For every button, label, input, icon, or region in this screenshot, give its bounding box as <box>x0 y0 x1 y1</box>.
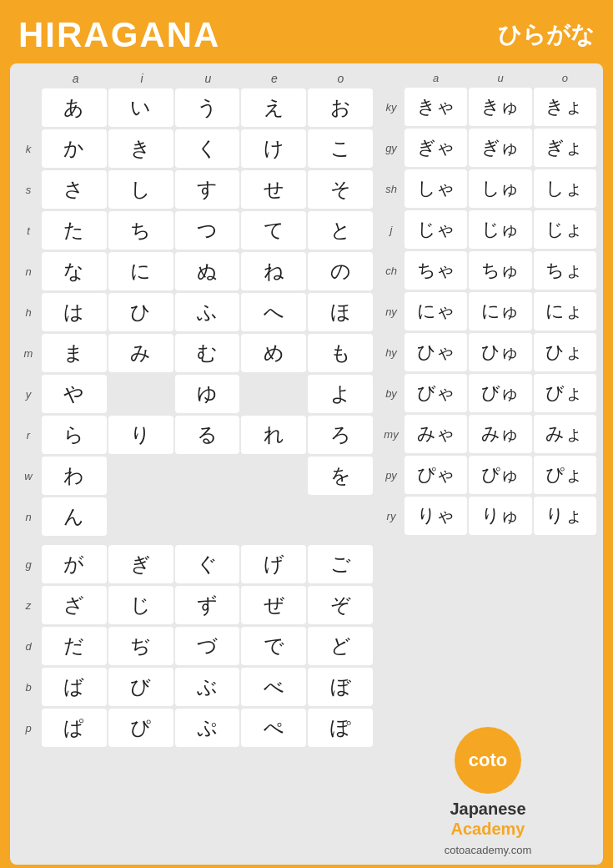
vowel-a: a <box>43 72 108 85</box>
academy-text: JapaneseAcademy <box>450 799 525 839</box>
kana-cell-8-2: る <box>175 416 240 454</box>
dakuten-cell-1-3: ぜ <box>241 586 306 624</box>
dakuten-cell-0-2: ぐ <box>175 545 240 583</box>
main-content: a i u e o あいうえおkかきくけこsさしすせそtたちつてとnなにぬねのh… <box>10 63 603 865</box>
kana-cell-4-0: な <box>42 252 107 290</box>
dakuten-cell-1-4: ぞ <box>308 586 373 624</box>
combo-cell-2-0: しゃ <box>404 169 467 208</box>
kana-cell-6-2: む <box>175 334 240 372</box>
kana-cell-6-4: も <box>308 334 373 372</box>
combo-cell-7-0: びゃ <box>404 374 467 412</box>
kana-cell-3-0: た <box>42 211 107 250</box>
dakuten-rows-container: gがぎぐげごzざじずぜぞdだぢづでどbばびぶべぼpぱぴぷぺぽ <box>17 545 373 749</box>
combo-cell-6-1: ひゅ <box>469 333 531 371</box>
combo-row-9: pyぴゃぴゅぴょ <box>379 456 596 494</box>
main-rows-container: あいうえおkかきくけこsさしすせそtたちつてとnなにぬねのhはひふへほmまみむめ… <box>17 88 373 538</box>
combo-label-7: by <box>379 374 403 412</box>
kana-cell-5-2: ふ <box>175 293 240 331</box>
kana-cell-10-4 <box>308 497 373 536</box>
combo-label-8: my <box>379 415 403 453</box>
row-label-1: k <box>17 129 40 168</box>
kana-cell-1-0: か <box>42 129 107 168</box>
combo-label-2: sh <box>379 169 403 208</box>
kana-cell-7-3 <box>241 375 306 413</box>
page-container: HIRAGANA ひらがな a i u e o あいうえおkかきくけこsさしすせ… <box>0 0 613 868</box>
row-label-6: m <box>17 334 40 372</box>
dakuten-label-3: b <box>17 668 40 706</box>
combo-cell-9-1: ぴゅ <box>469 456 531 494</box>
vowel-u: u <box>176 72 240 85</box>
header: HIRAGANA ひらがな <box>10 10 603 63</box>
kana-cell-1-3: け <box>241 129 306 168</box>
kana-cell-0-3: え <box>241 88 306 127</box>
kana-cell-10-1 <box>108 497 173 536</box>
row-label-7: y <box>17 375 40 413</box>
dakuten-label-4: p <box>17 709 40 747</box>
kana-cell-7-0: や <box>42 375 107 413</box>
kana-cell-9-0: わ <box>42 457 107 495</box>
dakuten-cell-3-3: べ <box>241 668 306 706</box>
combo-cell-9-0: ぴゃ <box>404 456 467 494</box>
kana-cell-2-3: せ <box>241 170 306 209</box>
dakuten-cell-2-0: だ <box>42 627 107 665</box>
dakuten-row-2: dだぢづでど <box>17 627 373 665</box>
vowel-i: i <box>109 72 173 85</box>
combo-row-4: chちゃちゅちょ <box>379 251 596 290</box>
row-label-4: n <box>17 252 40 290</box>
kana-cell-1-1: き <box>108 129 173 168</box>
row-label-2: s <box>17 170 40 209</box>
kana-row-4: nなにぬねの <box>17 252 373 290</box>
dakuten-cell-3-0: ば <box>42 668 107 706</box>
combo-cell-8-0: みゃ <box>404 415 467 453</box>
kana-row-3: tたちつてと <box>17 211 373 250</box>
kana-row-9: wわを <box>17 457 373 495</box>
combo-cell-10-0: りゃ <box>404 497 467 535</box>
combo-cell-1-2: ぎょ <box>534 129 596 167</box>
kana-cell-6-3: め <box>241 334 306 372</box>
logo-section: coto JapaneseAcademy cotoacademy.com <box>379 717 596 856</box>
kana-cell-10-2 <box>175 497 240 536</box>
row-label-0 <box>17 88 40 127</box>
combo-cell-5-2: にょ <box>534 292 596 331</box>
combo-row-0: kyきゃきゅきょ <box>379 88 596 126</box>
combo-rows-container: kyきゃきゅきょgyぎゃぎゅぎょshしゃしゅしょjじゃじゅじょchちゃちゅちょn… <box>379 88 596 537</box>
vowel-headers: a i u e o <box>17 72 373 85</box>
combo-label-0: ky <box>379 88 403 126</box>
combo-cell-5-1: にゅ <box>469 292 531 331</box>
dakuten-row-1: zざじずぜぞ <box>17 586 373 624</box>
kana-cell-9-2 <box>175 457 240 495</box>
kana-cell-9-3 <box>241 457 306 495</box>
kana-cell-6-0: ま <box>42 334 107 372</box>
dakuten-cell-2-3: で <box>241 627 306 665</box>
combo-cell-4-0: ちゃ <box>404 251 467 290</box>
combo-cell-7-2: びょ <box>534 374 596 412</box>
academy-line: Academy <box>451 820 525 838</box>
row-label-5: h <box>17 293 40 331</box>
kana-cell-5-3: へ <box>241 293 306 331</box>
vowel-e: e <box>242 72 306 85</box>
dakuten-cell-2-1: ぢ <box>108 627 173 665</box>
combo-header-empty <box>379 72 403 84</box>
combo-label-1: gy <box>379 129 403 167</box>
kana-cell-4-3: ね <box>241 252 306 290</box>
dakuten-cell-4-3: ぺ <box>241 709 306 747</box>
dakuten-cell-4-1: ぴ <box>108 709 173 747</box>
dakuten-cell-0-1: ぎ <box>108 545 173 583</box>
combo-vowel-a: a <box>404 72 467 84</box>
combo-label-9: py <box>379 456 403 494</box>
dakuten-label-1: z <box>17 586 40 624</box>
row-label-10: n <box>17 497 40 536</box>
combo-row-10: ryりゃりゅりょ <box>379 497 596 535</box>
combo-cell-7-1: びゅ <box>469 374 531 412</box>
combo-cell-6-0: ひゃ <box>404 333 467 371</box>
kana-cell-9-1 <box>108 457 173 495</box>
combo-cell-3-0: じゃ <box>404 210 467 249</box>
combo-cell-8-1: みゅ <box>469 415 531 453</box>
dakuten-cell-1-1: じ <box>108 586 173 624</box>
combo-vowel-headers: a u o <box>379 72 596 84</box>
kana-cell-8-4: ろ <box>308 416 373 454</box>
dakuten-cell-1-2: ず <box>175 586 240 624</box>
coto-logo-circle: coto <box>455 727 521 794</box>
kana-cell-4-2: ぬ <box>175 252 240 290</box>
kana-cell-0-1: い <box>108 88 173 127</box>
